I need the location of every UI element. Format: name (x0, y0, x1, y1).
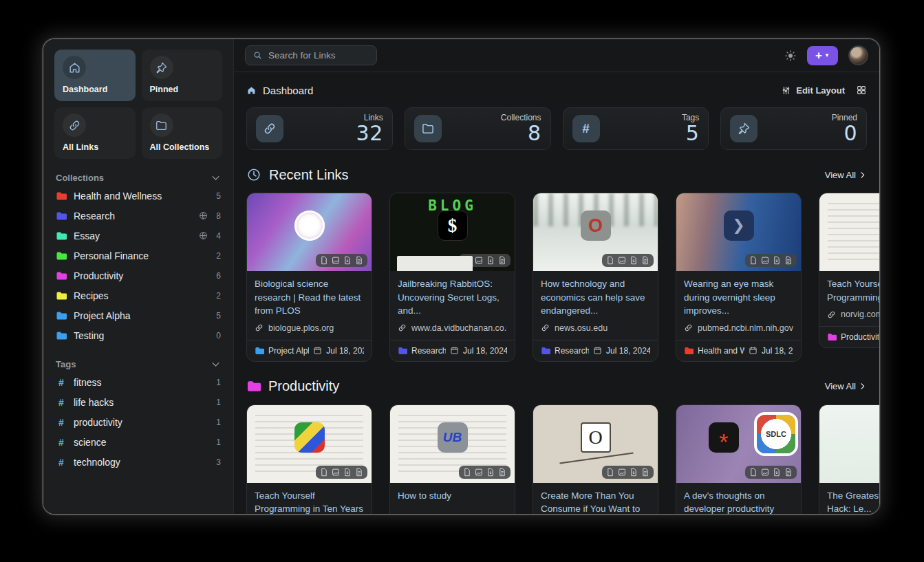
site-logo: * (709, 422, 739, 453)
tag-count: 1 (216, 418, 221, 427)
chevron-down-icon[interactable] (211, 173, 221, 183)
pdf-format-icon (343, 256, 352, 265)
folder-icon (56, 310, 67, 321)
home-icon (246, 85, 257, 96)
sidebar: Dashboard Pinned All Links All Collectio… (43, 39, 234, 514)
link-title[interactable]: How technology and economics can help sa… (541, 277, 650, 318)
add-new-button[interactable]: + ▼ (807, 46, 838, 65)
collection-item[interactable]: Project Alpha 5 (54, 305, 222, 325)
link-card[interactable]: O How technology and economics can help … (533, 193, 658, 362)
screenshot-format-icon (332, 256, 340, 265)
link-title[interactable]: Wearing an eye mask during overnight sle… (684, 277, 793, 318)
stat-card-collections[interactable]: Collections 8 (405, 107, 551, 150)
tag-name: science (74, 437, 209, 448)
link-card[interactable]: $ Jailbreaking RabbitOS: Uncovering Secr… (389, 193, 515, 362)
collection-item[interactable]: Research 8 (54, 206, 222, 226)
folder-icon (56, 191, 67, 202)
link-card[interactable]: Biological science research | Read the l… (246, 193, 372, 362)
stat-card-tags[interactable]: # Tags 5 (563, 107, 709, 150)
search-box[interactable] (245, 45, 377, 65)
collection-item[interactable]: Productivity 6 (54, 266, 222, 285)
tag-item[interactable]: # fitness 1 (54, 372, 222, 392)
link-title[interactable]: Teach Yourself Programming in Ten Years (255, 489, 364, 514)
collection-item[interactable]: Personal Finance 2 (54, 246, 222, 266)
view-all-productivity[interactable]: View All (825, 381, 867, 391)
view-all-recent-links[interactable]: View All (825, 170, 867, 180)
card-collection[interactable]: Research (555, 346, 589, 356)
sidebar-item-label: Pinned (150, 85, 215, 94)
site-logo (294, 210, 325, 241)
search-input[interactable] (268, 50, 369, 61)
link-title[interactable]: How to study (398, 489, 507, 514)
link-title[interactable]: A dev's thoughts on developer productivi… (684, 489, 793, 514)
edit-layout-button[interactable]: Edit Layout (781, 85, 845, 96)
home-icon (68, 61, 81, 74)
pdf-format-icon (773, 468, 781, 477)
hash-icon: # (56, 377, 67, 388)
preserved-formats (745, 466, 797, 479)
html-format-icon (749, 256, 758, 265)
tag-item[interactable]: # productivity 1 (54, 412, 222, 432)
link-title[interactable]: Biological science research | Read the l… (255, 277, 364, 318)
card-collection[interactable]: Productivity (841, 332, 879, 342)
collection-item[interactable]: Health and Wellness 5 (54, 186, 222, 206)
link-thumbnail: O (533, 193, 658, 271)
preserved-formats (745, 254, 797, 267)
folder-icon (827, 332, 837, 342)
collection-item[interactable]: Testing 0 (54, 325, 222, 345)
link-title[interactable]: The Greatest Productivity Hack: Le... (827, 489, 879, 514)
stat-card-links[interactable]: Links 32 (246, 107, 393, 150)
calendar-icon (593, 346, 602, 355)
sidebar-item-all-links[interactable]: All Links (54, 107, 136, 159)
link-card[interactable]: Teach Yourself Programming in Ten Years … (819, 193, 879, 348)
link-card[interactable]: ❯ Wearing an eye mask during overnight s… (676, 193, 802, 362)
tag-count: 1 (216, 378, 221, 387)
tag-item[interactable]: # science 1 (54, 432, 222, 452)
folder-icon (56, 270, 67, 281)
recent-links-row: Biological science research | Read the l… (246, 193, 867, 362)
theme-toggle-sun-icon[interactable] (784, 50, 797, 62)
chevron-down-icon[interactable] (211, 359, 221, 369)
link-card[interactable]: Teach Yourself Programming in Ten Years (246, 404, 372, 514)
section-title: Productivity (268, 378, 339, 394)
collection-name: Recipes (74, 290, 209, 301)
stat-value: 5 (682, 123, 699, 144)
link-card[interactable]: * A dev's thoughts on developer producti… (676, 404, 802, 514)
link-thumbnail: * (676, 405, 801, 483)
productivity-row: Teach Yourself Programming in Ten Years … (246, 404, 867, 514)
sidebar-item-pinned[interactable]: Pinned (142, 50, 223, 101)
link-title[interactable]: Jailbreaking RabbitOS: Uncovering Secret… (398, 277, 507, 318)
user-avatar[interactable] (848, 45, 868, 65)
grid-view-icon[interactable] (856, 85, 867, 96)
pin-icon (730, 115, 758, 142)
sidebar-item-dashboard[interactable]: Dashboard (54, 50, 136, 101)
stat-card-pinned[interactable]: Pinned 0 (720, 107, 867, 150)
tag-item[interactable]: # life hacks 1 (54, 392, 222, 412)
sidebar-item-all-collections[interactable]: All Collections (142, 107, 223, 159)
tag-item[interactable]: # technology 3 (54, 452, 222, 472)
calendar-icon (450, 346, 459, 355)
collection-item[interactable]: Recipes 2 (54, 285, 222, 305)
link-icon (256, 115, 283, 142)
link-card[interactable]: UB How to study (389, 404, 515, 514)
link-url: biologue.plos.org (268, 323, 334, 333)
link-thumbnail: UB (390, 405, 515, 483)
link-title[interactable]: Create More Than You Consume if You Want… (541, 489, 650, 514)
link-title[interactable]: Teach Yourself Programming in Ten Years (827, 277, 879, 304)
hash-icon: # (56, 397, 67, 408)
html-format-icon (606, 256, 614, 265)
folder-icon (684, 346, 694, 356)
collection-name: Essay (74, 230, 192, 241)
card-collection[interactable]: Health and Well... (698, 346, 744, 356)
collection-name: Productivity (74, 270, 209, 281)
link-thumbnail (819, 193, 879, 271)
pdf-format-icon (343, 468, 352, 477)
pdf-format-icon (630, 468, 638, 477)
card-collection[interactable]: Research (411, 346, 446, 356)
card-collection[interactable]: Project Alpha (268, 346, 309, 356)
screenshot-format-icon (618, 256, 626, 265)
link-card[interactable]: The Greatest Productivity Hack: Le... (819, 404, 879, 514)
screenshot-format-icon (761, 256, 769, 265)
link-card[interactable]: O Create More Than You Consume if You Wa… (533, 404, 658, 514)
collection-item[interactable]: Essay 4 (54, 226, 222, 246)
